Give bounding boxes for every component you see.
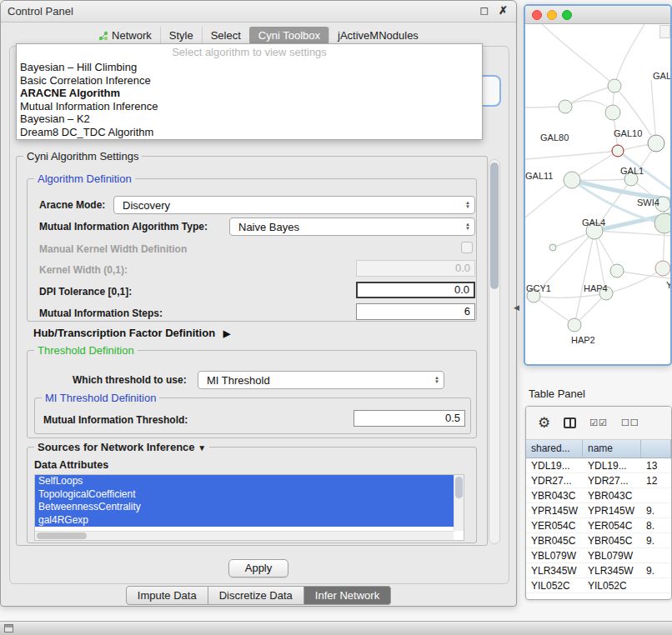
column-header-shared-name[interactable]: shared...	[526, 440, 583, 458]
zoom-traffic-light[interactable]	[562, 10, 572, 20]
svg-text:GAL11: GAL11	[525, 171, 553, 181]
settings-scrollbar[interactable]	[489, 159, 500, 544]
node[interactable]	[605, 105, 620, 120]
node-gal11[interactable]	[564, 172, 580, 188]
aracne-mode-label: Aracne Mode:	[39, 199, 105, 211]
manual-kernel-checkbox[interactable]	[461, 242, 473, 253]
table-toolbar: ⚙ ☑☑ ☐☐	[526, 407, 671, 440]
table-row[interactable]: YBR045C YBR045C 9.	[526, 533, 671, 548]
algorithm-dropdown-popup: Select algorithm to view settings Bayesi…	[16, 43, 483, 140]
list-item-selected[interactable]: SelfLoops	[35, 475, 454, 488]
algorithm-option[interactable]: Basic Correlation Inference	[17, 74, 482, 88]
algorithm-option[interactable]: Bayesian – Hill Climbing	[17, 61, 482, 74]
kernel-width-field[interactable]: 0.0	[356, 260, 475, 277]
close-window-icon[interactable]: ✗	[499, 4, 508, 17]
list-item-selected[interactable]: TopologicalCoefficient	[35, 488, 454, 502]
control-panel-tabs: Network Style Select Cyni Toolbox jActiv…	[1, 27, 516, 44]
table-row[interactable]: YDR27... YDR27... 12	[526, 473, 671, 488]
data-attributes-label: Data Attributes	[34, 459, 108, 471]
table-panel-window: ⚙ ☑☑ ☐☐ shared... name YDL19... YDL19...…	[525, 406, 672, 600]
table-row[interactable]: YBL079W YBL079W	[526, 548, 671, 563]
list-horizontal-scrollbar[interactable]	[35, 531, 454, 540]
column-header-name[interactable]: name	[583, 440, 641, 458]
float-window-icon[interactable]: ◻	[479, 4, 489, 17]
node[interactable]	[654, 213, 670, 233]
mi-steps-label: Mutual Information Steps:	[39, 308, 163, 319]
threshold-definition-group: Threshold Definition Which threshold to …	[27, 350, 477, 438]
table-header-row: shared... name	[526, 440, 671, 458]
tab-infer-network[interactable]: Infer Network	[304, 586, 391, 605]
settings-group-title: Cyni Algorithm Settings	[23, 150, 142, 162]
apply-button[interactable]: Apply	[228, 559, 288, 578]
mi-threshold-group: MI Threshold Definition Mutual Informati…	[34, 398, 471, 434]
algorithm-option[interactable]: Mutual Information Inference	[17, 100, 482, 113]
svg-text:GAL4: GAL4	[582, 218, 605, 228]
tab-select[interactable]: Select	[202, 27, 249, 44]
hub-tf-section-toggle[interactable]: Hub/Transcription Factor Definition ▶	[33, 327, 230, 339]
sources-group-title[interactable]: Sources for Network Inference ▼	[34, 441, 209, 453]
list-item-selected[interactable]: gal4RGexp	[35, 514, 454, 528]
minimize-traffic-light[interactable]	[547, 10, 557, 20]
mi-steps-field[interactable]: 6	[356, 303, 475, 320]
table-row[interactable]: YDL19... YDL19... 13	[526, 458, 671, 473]
which-threshold-combo[interactable]: MI Threshold ▲▼	[198, 371, 444, 389]
list-vertical-scrollbar[interactable]	[454, 475, 464, 531]
node-small[interactable]	[549, 244, 556, 251]
table-row[interactable]: YBR043C YBR043C	[526, 488, 671, 503]
settings-scrollbar-thumb[interactable]	[490, 162, 499, 289]
network-scrollbar-corner[interactable]	[659, 25, 670, 38]
gear-icon[interactable]: ⚙	[538, 414, 550, 432]
cyni-algorithm-settings-group: Cyni Algorithm Settings Algorithm Defini…	[16, 156, 488, 546]
network-graph[interactable]: GAL GAL80 GAL10 GAL11 GAL1 SWI4 GAL4 GCY…	[525, 24, 670, 362]
unselect-all-columns-icon[interactable]: ☐☐	[621, 418, 639, 428]
table-row[interactable]: YLR345W YLR345W 9.	[526, 563, 671, 578]
combo-stepper-icon: ▲▼	[461, 201, 474, 209]
select-all-columns-icon[interactable]: ☑☑	[589, 418, 608, 428]
mi-type-label: Mutual Information Algorithm Type:	[39, 221, 208, 232]
aracne-mode-combo[interactable]: Discovery ▲▼	[113, 196, 475, 214]
tab-cyni-toolbox[interactable]: Cyni Toolbox	[249, 27, 328, 44]
kernel-width-label: Kernel Width (0,1):	[39, 264, 128, 276]
node[interactable]	[559, 100, 572, 113]
svg-text:Y: Y	[666, 280, 670, 290]
splitter-collapse-icon[interactable]: ◀	[514, 303, 519, 312]
which-threshold-label: Which threshold to use:	[73, 374, 187, 386]
close-traffic-light[interactable]	[532, 10, 542, 20]
mi-threshold-field[interactable]: 0.5	[354, 410, 465, 427]
control-panel-window: Control Panel ◻ ✗ Network Style Select C…	[0, 0, 517, 607]
mi-type-combo[interactable]: Naive Bayes ▲▼	[229, 218, 475, 236]
column-header-partial[interactable]	[641, 440, 671, 458]
network-window-titlebar	[525, 6, 670, 24]
dpi-tolerance-field[interactable]: 0.0	[356, 282, 475, 298]
tab-style[interactable]: Style	[160, 27, 202, 44]
table-row[interactable]: YER054C YER054C 8.	[526, 518, 671, 533]
tab-network[interactable]: Network	[90, 27, 160, 44]
node-gray[interactable]	[648, 135, 664, 152]
network-view-window: GAL GAL80 GAL10 GAL11 GAL1 SWI4 GAL4 GCY…	[524, 4, 672, 366]
restore-panel-icon[interactable]	[4, 624, 13, 632]
node-pink[interactable]	[655, 261, 670, 276]
algorithm-option-aracne[interactable]: ARACNE Algorithm	[17, 87, 482, 100]
node[interactable]	[608, 79, 621, 92]
algorithm-definition-group: Algorithm Definition Aracne Mode: Discov…	[27, 178, 477, 322]
table-row[interactable]: YIL052C YIL052C	[526, 578, 671, 593]
algorithm-option[interactable]: Dream8 DC_TDC Algorithm	[17, 126, 482, 139]
show-columns-icon[interactable]	[564, 418, 576, 428]
node[interactable]	[610, 264, 624, 278]
data-attributes-list: SelfLoops TopologicalCoefficient Between…	[34, 474, 464, 541]
node-gal10-selected[interactable]	[612, 145, 624, 157]
algorithm-option[interactable]: Bayesian – K2	[17, 112, 482, 126]
list-item-selected[interactable]: BetweennessCentrality	[35, 501, 454, 514]
tab-jactivemnodules[interactable]: jActiveMNodules	[328, 27, 427, 44]
table-row[interactable]: YPR145W YPR145W 9.	[526, 503, 671, 518]
tab-discretize-data[interactable]: Discretize Data	[208, 586, 304, 605]
sources-group: Sources for Network Inference ▼ Data Att…	[27, 447, 477, 543]
control-panel-titlebar: Control Panel ◻ ✗	[1, 1, 516, 22]
algorithm-placeholder: Select algorithm to view settings	[17, 44, 482, 61]
tab-impute-data[interactable]: Impute Data	[126, 586, 208, 605]
svg-text:GCY1: GCY1	[526, 283, 551, 293]
combo-stepper-icon: ▲▼	[430, 376, 444, 384]
node-hap2[interactable]	[568, 318, 581, 332]
svg-text:GAL10: GAL10	[614, 128, 642, 138]
svg-text:HAP4: HAP4	[584, 283, 608, 293]
